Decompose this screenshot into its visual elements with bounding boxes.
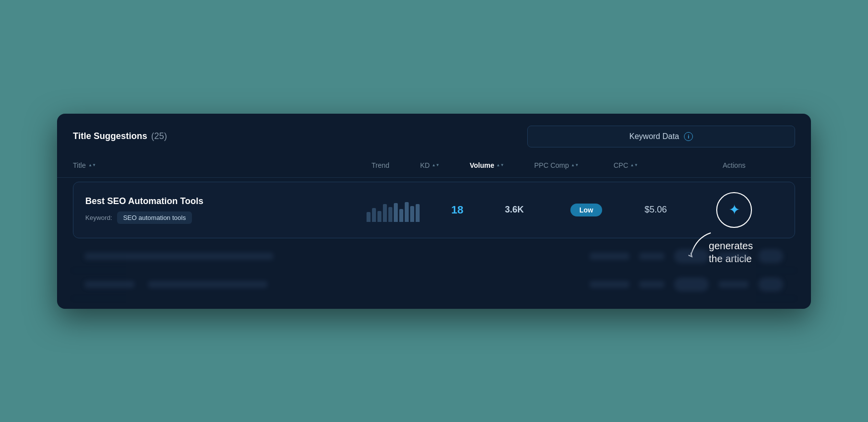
keyword-label: Keyword:: [85, 214, 112, 221]
column-headers: Title ▲▼ Trend KD ▲▼ Volume ▲▼ PPC Comp …: [57, 153, 811, 178]
row-title: Best SEO Automation Tools: [85, 196, 353, 207]
volume-value: 3.6K: [482, 205, 547, 215]
featured-row: Best SEO Automation Tools Keyword: SEO a…: [73, 182, 795, 238]
title-suggestions-count: (25): [151, 131, 167, 141]
title-suggestions-label: Title Suggestions: [73, 131, 147, 141]
keyword-data-button[interactable]: Keyword Data i: [527, 126, 795, 147]
trend-bar-0: [367, 212, 371, 222]
trend-bar-8: [410, 206, 414, 222]
trend-chart: [353, 198, 433, 222]
ppc-badge: Low: [570, 204, 602, 216]
col-header-volume: Volume ▲▼: [470, 161, 534, 169]
col-header-trend: Trend: [341, 161, 420, 169]
ppc-value: Low: [547, 204, 626, 216]
sort-arrows-ppc[interactable]: ▲▼: [571, 163, 579, 167]
trend-bar-6: [399, 209, 403, 222]
blurred-row-1: [73, 242, 795, 271]
col-header-cpc: CPC ▲▼: [614, 161, 673, 169]
title-suggestions-header: Title Suggestions (25): [73, 131, 167, 141]
panel-header: Title Suggestions (25) Keyword Data i: [57, 114, 811, 147]
main-panel: Title Suggestions (25) Keyword Data i Ti…: [57, 114, 811, 309]
sparkle-icon: ✦: [729, 202, 740, 218]
col-header-kd: KD ▲▼: [420, 161, 470, 169]
blurred-row-2: [73, 271, 795, 299]
keyword-tag: SEO automation tools: [117, 211, 191, 224]
sort-arrows-kd[interactable]: ▲▼: [432, 163, 439, 167]
cpc-value: $5.06: [626, 205, 685, 215]
trend-bar-5: [394, 203, 398, 222]
keyword-data-label: Keyword Data: [629, 132, 680, 141]
info-icon: i: [684, 132, 693, 141]
blurred-rows: [57, 242, 811, 309]
generate-article-button[interactable]: ✦: [716, 192, 752, 228]
trend-bar-3: [383, 204, 387, 222]
sort-arrows-title[interactable]: ▲▼: [88, 163, 96, 167]
trend-bar-2: [377, 211, 381, 222]
blur-title-1: [85, 253, 273, 260]
col-header-ppc: PPC Comp ▲▼: [534, 161, 614, 169]
col-header-title: Title ▲▼: [73, 161, 341, 169]
sort-arrows-cpc[interactable]: ▲▼: [630, 163, 638, 167]
kd-value: 18: [433, 204, 482, 216]
actions-area: ✦ generates the article: [685, 192, 783, 228]
trend-bar-1: [372, 208, 376, 222]
col-header-actions: Actions: [673, 161, 795, 169]
trend-bar-4: [388, 207, 392, 222]
trend-bar-7: [405, 202, 409, 222]
sort-arrows-volume[interactable]: ▲▼: [496, 163, 504, 167]
keyword-tag-area: Keyword: SEO automation tools: [85, 211, 353, 224]
row-title-content: Best SEO Automation Tools Keyword: SEO a…: [85, 196, 353, 224]
trend-bar-9: [416, 204, 420, 222]
